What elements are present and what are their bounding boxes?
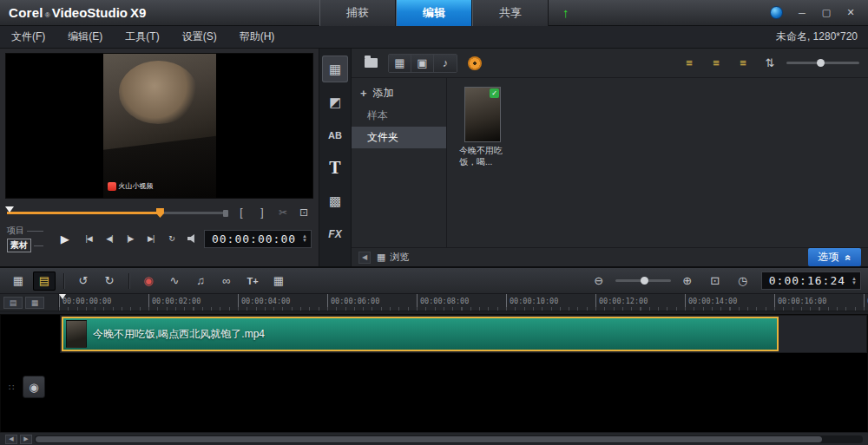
play-button[interactable]: ▶ <box>53 230 77 247</box>
mode-clip-label[interactable]: 素材 <box>7 239 31 252</box>
repeat-button[interactable]: ↻ <box>162 230 181 247</box>
thumb-view-button[interactable]: ≡ <box>706 55 727 72</box>
filter-fx-button[interactable]: FX <box>322 220 348 247</box>
preview-timecode[interactable]: 00:00:00:00 ▲ ▼ <box>204 230 312 248</box>
library-reel-button[interactable] <box>464 55 485 72</box>
detail-view-button[interactable]: ≡ <box>733 55 753 72</box>
tab-capture[interactable]: 捕获 <box>319 0 396 26</box>
motion-tracking-button[interactable]: ∞ <box>215 272 238 291</box>
title-button[interactable]: T <box>322 154 348 181</box>
collapse-left-button[interactable]: ◀ <box>358 252 371 264</box>
mark-in-button[interactable]: [ <box>233 206 249 219</box>
media-thumbnail-card[interactable]: ✓ 今晚不用吃饭，喝... <box>459 87 513 167</box>
menu-file[interactable]: 文件(F) <box>0 26 56 48</box>
menu-edit[interactable]: 编辑(E) <box>56 26 114 48</box>
menu-settings[interactable]: 设置(S) <box>171 26 228 48</box>
zoom-in-button[interactable]: ⊕ <box>676 272 699 291</box>
track-options-icon[interactable]: ∷ <box>3 383 19 392</box>
scroll-left-button[interactable]: ◀ <box>5 435 17 444</box>
menu-help[interactable]: 帮助(H) <box>228 26 286 48</box>
filter-audio-button[interactable]: ♪ <box>434 55 457 72</box>
maximize-button[interactable]: ▢ <box>816 5 837 21</box>
preview-video[interactable]: 火山小视频 <box>5 53 313 199</box>
trim-end-handle[interactable] <box>156 208 164 218</box>
trim-right-handle[interactable] <box>223 210 228 217</box>
timecode-spinner[interactable]: ▲ ▼ <box>302 234 307 243</box>
add-folder-row[interactable]: + 添加 <box>352 82 446 105</box>
media-library-button[interactable]: ▦ <box>322 56 348 82</box>
registered-icon: ® <box>45 11 50 19</box>
transport-controls: 项目 素材 ▶ |◀ ◀| |▶ ▶| ↻ 00:00:00:00 ▲ ▼ <box>5 225 313 252</box>
timeline-toolbar: ▦ ▤ ↺ ↻ ◉ ∿ ♫ ∞ T+ ▦ ⊖ ⊕ ⊡ ◷ 0:00:16:24 … <box>0 268 868 294</box>
mode-project-label[interactable]: 项目 <box>7 225 24 237</box>
track-list-toggle-a[interactable]: ▤ <box>3 297 23 309</box>
go-end-button[interactable]: ▶| <box>141 230 160 247</box>
prev-frame-button[interactable]: ◀| <box>101 230 119 247</box>
transition-button[interactable]: ◩ <box>322 88 348 115</box>
upload-arrow-icon[interactable]: ↑ <box>562 5 569 20</box>
browse-group[interactable]: ▦ 浏览 <box>377 251 409 264</box>
slider-knob[interactable] <box>817 59 825 67</box>
zoom-slider-knob[interactable] <box>641 277 648 285</box>
fit-project-button[interactable]: ⊡ <box>704 272 727 291</box>
timeline-section: ▦ ▤ ↺ ↻ ◉ ∿ ♫ ∞ T+ ▦ ⊖ ⊕ ⊡ ◷ 0:00:16:24 … <box>0 266 868 445</box>
minimize-button[interactable]: ─ <box>792 5 812 21</box>
media-thumbnail[interactable]: ✓ <box>464 87 501 142</box>
preview-timecode-value: 00:00:00:00 <box>212 232 296 245</box>
menu-tools[interactable]: 工具(T) <box>114 26 170 48</box>
split-clip-icon[interactable]: ✂ <box>275 206 291 219</box>
project-duration-button[interactable]: ◷ <box>732 272 754 291</box>
graphic-overlay-button[interactable]: ▩ <box>322 187 348 214</box>
filter-photo-button[interactable]: ▣ <box>411 55 434 72</box>
library-toolbar: ▦ ▣ ♪ ≡ ≡ ≡ ⇅ <box>352 49 868 78</box>
filter-video-button[interactable]: ▦ <box>389 55 411 72</box>
next-frame-button[interactable]: |▶ <box>121 230 139 247</box>
tab-edit[interactable]: 编辑 <box>396 0 472 26</box>
sort-button[interactable]: ⇅ <box>760 55 780 72</box>
timeline-view-button[interactable]: ▤ <box>33 272 56 291</box>
timeline-clip[interactable]: 今晚不用吃饭,喝点西北风就饱了.mp4 <box>62 317 779 351</box>
options-button[interactable]: 选项 « <box>808 248 861 266</box>
timeline-ruler[interactable]: 00:00:00:00 00:00:02:00 00:00:04:00 00:0… <box>59 294 868 311</box>
timeline-timecode[interactable]: 0:00:16:24 ▲ ▼ <box>761 272 861 290</box>
undo-button[interactable]: ↺ <box>72 272 95 291</box>
spin-down-icon[interactable]: ▼ <box>852 281 857 285</box>
volume-button[interactable] <box>183 230 201 247</box>
nav-item-folder[interactable]: 文件夹 <box>352 127 446 148</box>
timeline-timecode-spinner[interactable]: ▲ ▼ <box>852 277 857 285</box>
tab-share[interactable]: 共享 <box>472 0 549 26</box>
track-manager-button[interactable]: ▦ <box>267 272 290 291</box>
mark-out-button[interactable]: ] <box>254 206 270 219</box>
scroll-right-button[interactable]: ▶ <box>20 435 32 444</box>
subtitle-editor-button[interactable]: T+ <box>241 272 264 291</box>
spin-down-icon[interactable]: ▼ <box>302 239 307 243</box>
go-start-button[interactable]: |◀ <box>80 230 98 247</box>
thumbnail-size-slider[interactable] <box>786 62 859 64</box>
film-reel-icon <box>468 56 482 70</box>
scrollbar-thumb[interactable] <box>36 436 822 442</box>
storyboard-view-button[interactable]: ▦ <box>7 272 30 291</box>
timeline-zoom-slider[interactable] <box>615 279 671 282</box>
ruler-label: 00:00:12:00 <box>595 294 685 311</box>
zoom-out-button[interactable]: ⊖ <box>588 272 610 291</box>
help-orb-icon[interactable] <box>770 6 783 19</box>
track-list-toggle-b[interactable]: ▦ <box>25 297 44 309</box>
close-button[interactable]: ✕ <box>840 5 861 21</box>
record-capture-button[interactable]: ◉ <box>137 272 160 291</box>
add-label: 添加 <box>373 86 394 101</box>
preview-scrubber[interactable] <box>7 206 228 219</box>
auto-music-button[interactable]: ♫ <box>189 272 212 291</box>
video-track-icon[interactable]: ◉ <box>23 376 45 398</box>
ruler-label: 00:00:06:00 <box>327 294 417 311</box>
list-view-button[interactable]: ≡ <box>679 55 700 72</box>
import-folder-button[interactable] <box>360 55 381 72</box>
ab-transition-button[interactable]: AB <box>322 121 348 148</box>
scrubber-playhead[interactable] <box>5 206 14 217</box>
video-track-body[interactable]: 今晚不用吃饭,喝点西北风就饱了.mp4 <box>60 315 867 353</box>
timeline-scrollbar[interactable] <box>35 435 863 443</box>
timeline-playhead[interactable] <box>59 294 66 303</box>
nav-item-samples[interactable]: 样本 <box>352 105 446 127</box>
enlarge-preview-icon[interactable]: ⊡ <box>296 206 312 219</box>
redo-button[interactable]: ↻ <box>98 272 121 291</box>
sound-mixer-button[interactable]: ∿ <box>163 272 186 291</box>
